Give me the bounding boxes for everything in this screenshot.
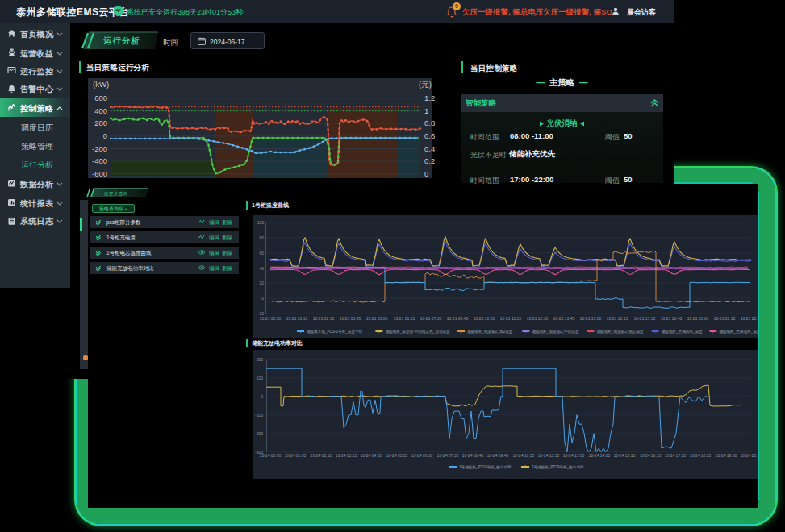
svg-text:0.4: 0.4 (424, 144, 435, 153)
svg-text:0.8: 0.8 (424, 118, 435, 127)
svg-text:储能集装箱_PCS-1号柜_温度平均: 储能集装箱_PCS-1号柜_温度平均 (306, 329, 362, 335)
svg-text:10-24 19:30: 10-24 19:30 (716, 453, 737, 458)
svg-text:400: 400 (94, 106, 107, 115)
svg-text:200: 200 (94, 118, 107, 127)
svg-text:10-24 08:40: 10-24 08:40 (462, 453, 484, 458)
svg-text:10-24 14:05: 10-24 14:05 (589, 453, 611, 458)
svg-text:储能电柜_空调回风_温度: 储能电柜_空调回风_温度 (661, 329, 703, 335)
svg-text:10-24 02:10: 10-24 02:10 (311, 453, 332, 458)
svg-text:10-24 03:15: 10-24 03:15 (336, 453, 357, 458)
svg-text:10-21 13:45: 10-21 13:45 (553, 316, 575, 321)
svg-text:10-21 16:15: 10-21 16:15 (607, 316, 628, 321)
svg-text:0: 0 (103, 131, 107, 140)
svg-text:-200: -200 (92, 144, 107, 153)
svg-text:10-21 03:45: 10-21 03:45 (340, 316, 361, 321)
svg-text:10-24 18:25: 10-24 18:25 (690, 453, 712, 458)
svg-text:10-21 18:45: 10-21 18:45 (661, 316, 683, 321)
svg-text:0: 0 (261, 296, 264, 301)
svg-text:-200: -200 (255, 431, 263, 436)
svg-text:10-21 11:15: 10-21 11:15 (500, 316, 522, 321)
svg-text:100: 100 (257, 220, 265, 225)
svg-text:10-24 11:55: 10-24 11:55 (538, 453, 560, 458)
svg-text:1: 1 (424, 106, 428, 115)
svg-text:10-24 05:25: 10-24 05:25 (386, 453, 408, 458)
svg-text:10-21 07:30: 10-21 07:30 (420, 316, 442, 321)
svg-text:10-24 15:10: 10-24 15:10 (614, 453, 636, 458)
svg-text:自定义查询: 自定义查询 (104, 191, 128, 197)
svg-text:10-21 02:30: 10-21 02:30 (313, 316, 335, 321)
svg-text:40: 40 (259, 266, 264, 271)
svg-text:10-21 01:15: 10-21 01:15 (286, 316, 308, 321)
svg-text:10-24 13:00: 10-24 13:00 (563, 453, 585, 458)
svg-text:(kW): (kW) (93, 80, 109, 89)
svg-text:10-21 00:00: 10-21 00:00 (260, 316, 282, 321)
svg-text:20: 20 (259, 281, 264, 285)
svg-text:0.2: 0.2 (424, 156, 435, 165)
svg-text:10-24 07:35: 10-24 07:35 (437, 453, 459, 458)
svg-text:100: 100 (257, 376, 264, 380)
svg-text:80: 80 (259, 235, 264, 240)
svg-text:10-24 16:15: 10-24 16:15 (640, 453, 662, 458)
svg-text:10-24 20:35: 10-24 20:35 (741, 453, 758, 458)
svg-text:10-21 22:30: 10-21 22:30 (741, 316, 758, 321)
svg-text:10-21 06:15: 10-21 06:15 (394, 316, 415, 321)
svg-text:储能电柜_电池箱2_中间温度: 储能电柜_电池箱2_中间温度 (531, 329, 579, 335)
svg-text:10-21 15:00: 10-21 15:00 (580, 316, 602, 321)
svg-text:10-24 00:00: 10-24 00:00 (260, 453, 282, 458)
svg-text:储能电柜_电池箱2_第2温度: 储能电柜_电池箱2_第2温度 (466, 329, 513, 335)
svg-text:10-21 08:45: 10-21 08:45 (447, 316, 469, 321)
svg-text:-400: -400 (92, 156, 107, 165)
svg-text:10-21 12:30: 10-21 12:30 (527, 316, 549, 321)
svg-text:10-21 05:00: 10-21 05:00 (366, 316, 388, 321)
svg-text:0: 0 (424, 169, 428, 178)
svg-text:10-21 10:00: 10-21 10:00 (474, 316, 495, 321)
svg-text:10-24 01:05: 10-24 01:05 (285, 453, 307, 458)
svg-text:0: 0 (261, 394, 263, 399)
svg-text:(元): (元) (419, 80, 432, 89)
svg-text:10-24 09:45: 10-24 09:45 (487, 453, 509, 458)
svg-text:储能电柜_空调送风_温度: 储能电柜_空调送风_温度 (718, 329, 758, 335)
svg-text:10-24 04:20: 10-24 04:20 (361, 453, 382, 458)
svg-text:200: 200 (257, 357, 264, 362)
svg-text:-100: -100 (255, 413, 263, 418)
svg-text:1.2: 1.2 (424, 94, 435, 102)
svg-text:10-21 21:15: 10-21 21:15 (714, 316, 736, 321)
svg-text:10-21 20:00: 10-21 20:00 (687, 316, 709, 321)
svg-text:储能电柜_电池箱2_电芯温度: 储能电柜_电池箱2_电芯温度 (596, 329, 645, 335)
svg-text:60: 60 (259, 251, 264, 256)
svg-text:600: 600 (94, 94, 107, 102)
svg-text:运行分析: 运行分析 (103, 35, 140, 45)
svg-text:10-24 06:30: 10-24 06:30 (411, 453, 433, 458)
svg-text:10-24 17:20: 10-24 17:20 (665, 453, 687, 458)
svg-text:10-21 17:30: 10-21 17:30 (634, 316, 656, 321)
svg-text:0.6: 0.6 (424, 131, 435, 140)
svg-text:-600: -600 (92, 169, 107, 178)
svg-text:10-24 10:50: 10-24 10:50 (513, 453, 535, 458)
